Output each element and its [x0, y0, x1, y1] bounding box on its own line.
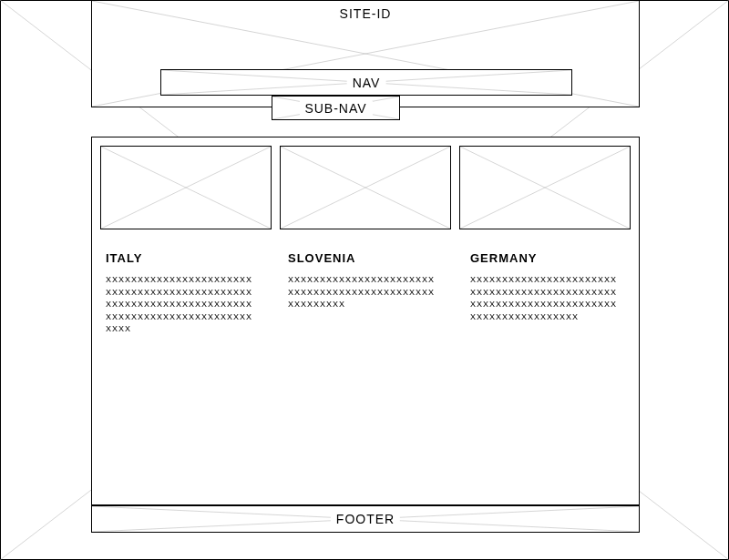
image-placeholder-1 — [100, 146, 272, 229]
nav-label: NAV — [347, 76, 386, 90]
image-placeholder-3 — [459, 146, 631, 229]
column-body: XXXXXXXXXXXXXXXXXXXXXXX XXXXXXXXXXXXXXXX… — [288, 274, 443, 311]
footer-bar: FOOTER — [91, 505, 640, 533]
column-title: ITALY — [106, 251, 261, 265]
sub-nav-label: SUB-NAV — [299, 101, 372, 116]
footer-label: FOOTER — [331, 512, 400, 526]
content-columns: ITALY XXXXXXXXXXXXXXXXXXXXXXX XXXXXXXXXX… — [106, 251, 625, 336]
column-body: XXXXXXXXXXXXXXXXXXXXXXX XXXXXXXXXXXXXXXX… — [106, 274, 261, 336]
column-title: SLOVENIA — [288, 251, 443, 265]
image-placeholder-2 — [280, 146, 451, 229]
sub-nav-bar[interactable]: SUB-NAV — [272, 96, 400, 120]
column-germany: GERMANY XXXXXXXXXXXXXXXXXXXXXXX XXXXXXXX… — [470, 251, 625, 336]
column-body: XXXXXXXXXXXXXXXXXXXXXXX XXXXXXXXXXXXXXXX… — [470, 274, 625, 323]
nav-bar[interactable]: NAV — [160, 69, 572, 96]
site-id-label: SITE-ID — [334, 6, 397, 21]
column-title: GERMANY — [470, 251, 625, 265]
column-slovenia: SLOVENIA XXXXXXXXXXXXXXXXXXXXXXX XXXXXXX… — [288, 251, 443, 336]
column-italy: ITALY XXXXXXXXXXXXXXXXXXXXXXX XXXXXXXXXX… — [106, 251, 261, 336]
